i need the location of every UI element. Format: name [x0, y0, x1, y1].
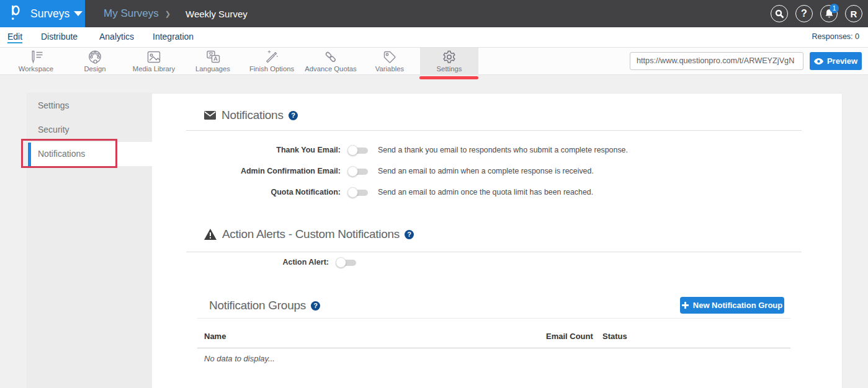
svg-text:?: ?	[291, 112, 295, 119]
svg-text:?: ?	[313, 302, 318, 309]
svg-text:?: ?	[407, 231, 411, 238]
